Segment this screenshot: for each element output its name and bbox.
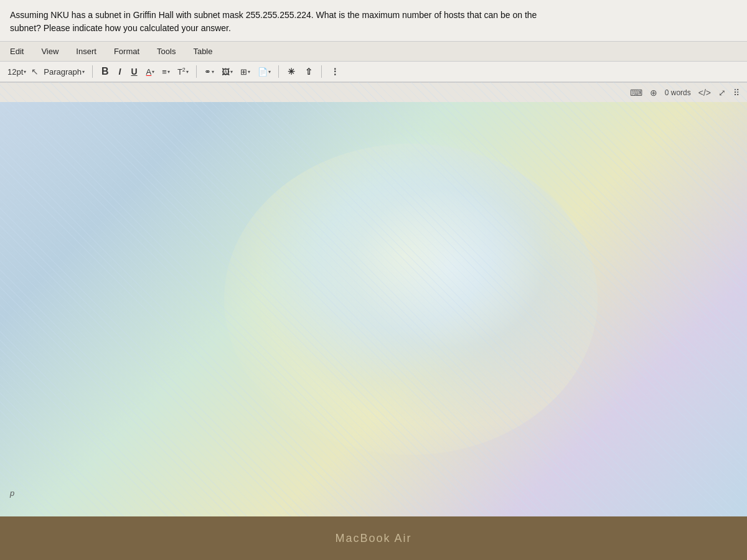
menu-tools[interactable]: Tools (154, 45, 178, 57)
special-icon: ✳ (288, 67, 295, 77)
divider-2 (196, 65, 197, 78)
macbook-label-area: MacBook Air (0, 516, 747, 560)
line-spacing-selector[interactable]: ≡ ▾ (159, 64, 172, 79)
upload-button[interactable]: ⇧ (301, 64, 316, 79)
font-size-arrow: ▾ (24, 69, 26, 75)
menu-edit[interactable]: Edit (7, 45, 26, 57)
font-style-value: Paragraph (44, 67, 82, 77)
editor-container: Edit View Insert Format Tools Table 12pt… (0, 42, 747, 516)
menu-table[interactable]: Table (190, 45, 215, 57)
line-spacing-icon: ≡ (162, 67, 167, 77)
writing-area[interactable]: ⌨ ⊕ 0 words </> ⤢ ⠿ p (0, 82, 747, 516)
question-line2: subnet? Please indicate how you calculat… (10, 22, 737, 35)
menu-view[interactable]: View (39, 45, 61, 57)
menu-insert[interactable]: Insert (73, 45, 99, 57)
bold-button[interactable]: B (98, 64, 113, 79)
doc-arrow: ▾ (268, 69, 271, 75)
line-spacing-arrow: ▾ (167, 69, 170, 75)
more-options-button[interactable]: ⋮ (327, 64, 343, 79)
doc-selector[interactable]: 📄 ▾ (255, 64, 273, 79)
font-size-value: 12pt (7, 67, 23, 77)
image-selector[interactable]: 🖼 ▾ (219, 64, 235, 79)
font-style-arrow: ▾ (82, 69, 85, 75)
cursor-icon: ↖ (31, 67, 39, 77)
table-icon: ⊞ (240, 67, 247, 77)
divider-4 (321, 65, 322, 78)
superscript-icon: T2 (177, 67, 186, 77)
font-size-selector[interactable]: 12pt ▾ (5, 64, 29, 79)
bold-icon: B (101, 66, 109, 77)
image-icon: 🖼 (222, 67, 230, 77)
writing-area-inner (0, 82, 747, 516)
font-color-selector[interactable]: A ▾ (144, 64, 157, 79)
special-button[interactable]: ✳ (284, 64, 299, 79)
macbook-text: MacBook Air (335, 532, 411, 545)
superscript-selector[interactable]: T2 ▾ (175, 64, 191, 79)
doc-icon: 📄 (258, 67, 268, 77)
menu-bar: Edit View Insert Format Tools Table (0, 42, 747, 62)
font-color-arrow: ▾ (152, 69, 154, 75)
question-area: Assuming NKU has a subnet in Griffin Hal… (0, 0, 747, 42)
superscript-arrow: ▾ (186, 69, 189, 75)
link-selector[interactable]: ⚭ ▾ (202, 64, 217, 79)
italic-button[interactable]: I (115, 64, 125, 79)
italic-icon: I (119, 67, 121, 77)
question-line1: Assuming NKU has a subnet in Griffin Hal… (10, 9, 737, 22)
underline-icon: U (131, 67, 137, 77)
table-selector[interactable]: ⊞ ▾ (238, 64, 253, 79)
image-arrow: ▾ (230, 69, 233, 75)
table-arrow: ▾ (248, 69, 250, 75)
more-options-icon: ⋮ (331, 67, 339, 77)
toolbar: 12pt ▾ ↖ Paragraph ▾ B I U (0, 62, 747, 82)
link-arrow: ▾ (212, 69, 214, 75)
upload-icon: ⇧ (305, 67, 312, 77)
font-color-icon: A (146, 67, 152, 77)
menu-format[interactable]: Format (111, 45, 142, 57)
divider-1 (92, 65, 93, 78)
paragraph-indicator: p (10, 488, 14, 498)
font-style-selector[interactable]: Paragraph ▾ (41, 64, 87, 79)
underline-button[interactable]: U (127, 64, 141, 79)
divider-3 (278, 65, 279, 78)
link-icon: ⚭ (204, 67, 211, 77)
